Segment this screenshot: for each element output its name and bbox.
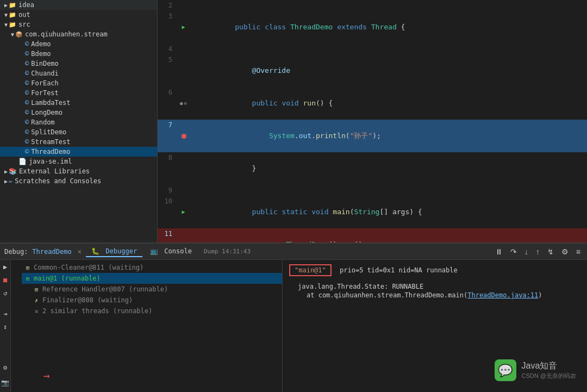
sidebar-item-iml[interactable]: 📄 java-se.iml — [0, 157, 157, 166]
tab-console[interactable]: 📺 Console — [145, 246, 197, 257]
debug-file-tab[interactable]: ThreadDemo × — [32, 248, 82, 256]
package-icon: 📦 — [15, 31, 23, 38]
resume-side-btn[interactable]: ▶ — [2, 262, 8, 272]
thread-label: Finalizer@808 (waiting) — [42, 296, 133, 304]
resume-btn[interactable]: ⏸ — [493, 246, 505, 257]
thread-icon: ⊞ — [26, 276, 33, 282]
settings-side-btn[interactable]: ⚙ — [2, 363, 8, 372]
thread-label: 2 similar threads (runnable) — [42, 307, 152, 315]
sidebar-item-idea[interactable]: ▶ 📁 idea — [0, 0, 157, 10]
arrow-icon: ▼ — [4, 12, 8, 18]
code-line-2: 2 — [158, 0, 587, 11]
run-icon: ▶ — [182, 22, 185, 33]
class-icon: © — [25, 119, 29, 126]
code-line-7: 7 ⏺ System.out.println("孙子"); — [158, 120, 587, 152]
close-tab-icon[interactable]: × — [78, 248, 82, 256]
code-line-5: 5 @Override — [158, 54, 587, 87]
thread-label: main@1 (runnable) — [34, 275, 101, 282]
thread-label: Common-Cleaner@811 (waiting) — [34, 264, 143, 271]
thread-item-similar[interactable]: ≡ 2 similar threads (runnable) — [22, 306, 282, 316]
sidebar-item-bindemo[interactable]: © BinDemo — [0, 59, 157, 69]
scratch-icon: ✏️ — [9, 177, 13, 185]
thread-icon: ⊞ — [26, 265, 33, 271]
thread-item-ref-handler[interactable]: ⊞ Reference Handler@807 (runnable) — [22, 284, 282, 295]
sidebar-label: Scratches and Consoles — [15, 177, 101, 185]
code-line-10: 10 ▶ public static void main(String[] ar… — [158, 196, 587, 228]
sidebar-item-chuandi[interactable]: © Chuandi — [0, 69, 157, 78]
sidebar-label: com.qiuhuanhen.stream — [25, 30, 108, 38]
sidebar-item-bdemo[interactable]: © Bdemo — [0, 49, 157, 59]
file-icon: 📄 — [18, 158, 27, 165]
code-editor[interactable]: 2 3 ▶ public class ThreadDemo extends Th… — [158, 0, 587, 242]
arrow-icon: ▶ — [4, 2, 8, 8]
thread-name-box: "main@1" — [289, 264, 332, 276]
sidebar-item-src[interactable]: ▼ 📁 src — [0, 20, 157, 29]
thread-item-finalizer[interactable]: ✗ Finalizer@808 (waiting) — [22, 295, 282, 306]
sidebar-item-random[interactable]: © Random — [0, 117, 157, 127]
sidebar-item-external[interactable]: ▶ 📚 External Libraries — [0, 166, 157, 176]
thread-item-common-cleaner[interactable]: ⊞ Common-Cleaner@811 (waiting) — [22, 262, 282, 273]
step-out-btn[interactable]: ↑ — [534, 246, 542, 257]
folder-icon: 📁 — [9, 21, 16, 28]
sidebar-label: ThreadDemo — [31, 148, 70, 155]
breakpoint-icon: ⏺ — [180, 239, 188, 242]
step-over-btn[interactable]: ↷ — [508, 246, 519, 257]
stop-side-btn[interactable]: ■ — [2, 275, 8, 285]
thread-item-main1[interactable]: ⊞ main@1 (runnable) — [22, 273, 282, 284]
arrow-icon: ▼ — [4, 22, 8, 28]
sidebar-item-scratches[interactable]: ▶ ✏️ Scratches and Consoles — [0, 176, 157, 186]
sidebar-label: LongDemo — [31, 109, 63, 116]
thread-state: java.lang.Thread.State: RUNNABLE — [289, 283, 580, 290]
breakpoint-icon: ⏺ — [180, 130, 188, 141]
sidebar-item-out[interactable]: ▼ 📁 out — [0, 10, 157, 20]
class-icon: © — [25, 50, 29, 58]
tab-debugger[interactable]: 🐛 Debugger — [86, 246, 142, 257]
sidebar-label: ForEach — [31, 79, 59, 87]
class-icon: © — [25, 40, 29, 48]
arrow-indicator: ← — [43, 371, 50, 384]
thread-list: ⊞ Common-Cleaner@811 (waiting) ⊞ main@1 … — [22, 260, 283, 392]
thread-stack-trace: at com.qiuhuanhen.stream.ThreadDemo.main… — [289, 291, 580, 299]
evaluate-btn[interactable]: ⚙ — [559, 246, 571, 257]
sidebar-label: Bdemo — [31, 50, 51, 58]
sidebar-label: BinDemo — [31, 60, 59, 67]
class-icon: © — [25, 79, 29, 87]
settings-btn[interactable]: ≡ — [574, 246, 583, 257]
sidebar-item-ademo[interactable]: © Ademo — [0, 39, 157, 49]
restart-side-btn[interactable]: ↺ — [2, 288, 8, 298]
sidebar-item-streamtest[interactable]: © StreamTest — [0, 137, 157, 147]
sidebar-item-fortest[interactable]: © ForTest — [0, 88, 157, 98]
sidebar-label: src — [18, 21, 30, 28]
debug-label: Debug: — [4, 248, 28, 256]
sidebar-item-foreach[interactable]: © ForEach — [0, 78, 157, 88]
run-icon: ▶ — [182, 207, 185, 217]
sidebar-label: LambdaTest — [31, 99, 70, 107]
debug-toolbar: ⏸ ↷ ↓ ↑ ↯ ⚙ ≡ — [493, 246, 583, 257]
run-to-cursor-btn[interactable]: ↯ — [545, 246, 556, 257]
sidebar-item-threaddemo[interactable]: © ThreadDemo — [0, 147, 157, 157]
step2-side-btn[interactable]: ↕ — [2, 322, 8, 332]
sidebar-item-package[interactable]: ▼ 📦 com.qiuhuanhen.stream — [0, 29, 157, 39]
folder-icon: 📁 — [9, 2, 16, 9]
camera-side-btn[interactable]: 📷 — [0, 378, 10, 388]
debug-bar: Debug: ThreadDemo × 🐛 Debugger 📺 Console… — [0, 244, 587, 260]
thread-link[interactable]: ThreadDemo.java:11 — [467, 291, 538, 299]
debug-panel: Debug: ThreadDemo × 🐛 Debugger 📺 Console… — [0, 242, 587, 392]
sidebar-item-splitdemo[interactable]: © SplitDemo — [0, 127, 157, 137]
class-icon: © — [25, 138, 29, 146]
sidebar-label: ForTest — [31, 89, 59, 97]
class-icon: © — [25, 109, 29, 116]
console-icon: 📺 — [150, 247, 158, 255]
step-side-btn[interactable]: ⇥ — [2, 309, 8, 319]
class-icon: © — [25, 128, 29, 136]
sidebar-item-longdemo[interactable]: © LongDemo — [0, 108, 157, 117]
watermark-title: Java知音 — [522, 360, 576, 372]
step-into-btn[interactable]: ↓ — [522, 246, 530, 257]
sidebar-item-lambdatest[interactable]: © LambdaTest — [0, 98, 157, 108]
sidebar-label: Chuandi — [31, 70, 59, 77]
thread-label: Reference Handler@807 (runnable) — [42, 285, 168, 293]
folder-icon: 📁 — [9, 11, 16, 18]
sidebar-label: StreamTest — [31, 138, 70, 146]
sidebar-label: out — [18, 11, 30, 18]
code-line-3: 3 ▶ public class ThreadDemo extends Thre… — [158, 11, 587, 43]
